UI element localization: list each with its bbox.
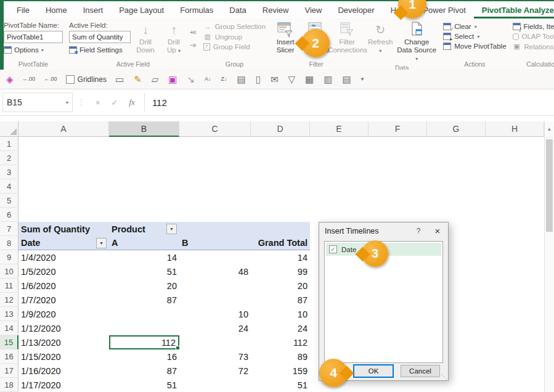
dialog-titlebar[interactable]: Insert Timelines ? ×: [319, 223, 448, 239]
mail-icon[interactable]: ✉: [271, 75, 279, 84]
cell-A8[interactable]: Date▼: [18, 236, 109, 250]
cell-B8[interactable]: A: [109, 236, 179, 250]
row-header-11[interactable]: 11: [0, 279, 18, 293]
cell-B9[interactable]: 14: [109, 250, 179, 264]
cell-C2[interactable]: [179, 151, 251, 165]
cell-A9[interactable]: 1/4/2020: [18, 250, 109, 264]
column-header-d[interactable]: D: [251, 121, 310, 137]
tab-insert[interactable]: Insert: [75, 1, 112, 18]
cell-A15[interactable]: 1/13/2020: [18, 335, 109, 349]
cell-F5[interactable]: [369, 194, 427, 208]
more-commands-icon[interactable]: ▾: [361, 76, 364, 82]
row-header-3[interactable]: 3: [0, 165, 18, 179]
product-filter-dropdown-icon[interactable]: ▼: [166, 224, 177, 234]
increase-decimal-icon[interactable]: ←.00: [44, 76, 57, 82]
cell-A6[interactable]: [18, 208, 109, 222]
row-header-4[interactable]: 4: [0, 179, 18, 194]
cell-C18[interactable]: [179, 378, 251, 392]
move-pivottable-button[interactable]: Move PivotTable: [443, 43, 506, 50]
cell-C6[interactable]: [179, 208, 251, 222]
table2-icon[interactable]: ▤: [342, 75, 351, 84]
cell-B18[interactable]: 51: [109, 378, 179, 392]
row-header-2[interactable]: 2: [0, 151, 18, 165]
cell-G1[interactable]: [427, 137, 486, 151]
pivottable-name-input[interactable]: [4, 31, 63, 43]
cell-G3[interactable]: [427, 165, 486, 179]
vertical-scrollbar[interactable]: ▲: [544, 121, 554, 392]
cell-E6[interactable]: [310, 208, 369, 222]
eraser-icon[interactable]: ◈: [6, 75, 14, 84]
cell-D2[interactable]: [251, 151, 310, 165]
row-header-8[interactable]: 8: [0, 236, 18, 250]
cell-H5[interactable]: [486, 194, 544, 208]
cell-C11[interactable]: [179, 279, 251, 293]
formula-input[interactable]: 112: [149, 97, 167, 108]
select-all-button[interactable]: [0, 121, 18, 137]
column-header-e[interactable]: E: [310, 121, 369, 137]
cell-A3[interactable]: [18, 165, 109, 179]
open-folder-icon[interactable]: ▱: [152, 75, 159, 84]
form-icon[interactable]: ▦: [305, 75, 314, 84]
row-header-17[interactable]: 17: [0, 364, 18, 378]
cell-A1[interactable]: [18, 137, 109, 151]
tab-developer[interactable]: Developer: [330, 1, 382, 18]
cell-A4[interactable]: [18, 179, 109, 194]
cell-H1[interactable]: [486, 137, 544, 151]
drill-down-button[interactable]: ↓ Drill Down: [132, 20, 159, 55]
cell-H11[interactable]: [486, 279, 544, 293]
cell-D9[interactable]: 14: [251, 250, 310, 264]
cell-A13[interactable]: 1/9/2020: [18, 307, 109, 321]
cell-H9[interactable]: [486, 250, 544, 264]
format-painter-icon[interactable]: ✎: [134, 75, 142, 84]
cell-B17[interactable]: 87: [109, 364, 179, 378]
row-header-18[interactable]: 18: [0, 378, 18, 392]
fields-items-sets-button[interactable]: Fields, Items, &: [513, 23, 554, 30]
column-header-f[interactable]: F: [369, 121, 427, 137]
cell-C1[interactable]: [179, 137, 251, 151]
cell-E5[interactable]: [310, 194, 369, 208]
cell-A16[interactable]: 1/15/2020: [18, 349, 109, 364]
workbook-icon[interactable]: ▤: [237, 75, 246, 84]
cell-H13[interactable]: [486, 307, 544, 321]
cell-D15[interactable]: 112: [251, 335, 310, 349]
cell-F3[interactable]: [369, 165, 427, 179]
sort-descending-icon[interactable]: Z↓: [221, 76, 227, 82]
column-header-b[interactable]: B: [109, 121, 179, 137]
cell-C5[interactable]: [179, 194, 251, 208]
cell-B16[interactable]: 16: [109, 349, 179, 364]
cell-B14[interactable]: [109, 321, 179, 335]
new-file-icon[interactable]: ▯: [256, 75, 261, 84]
cell-H10[interactable]: [486, 264, 544, 279]
save-icon[interactable]: ▣: [168, 75, 177, 84]
cell-H7[interactable]: [486, 222, 544, 236]
cell-C15[interactable]: [179, 335, 251, 349]
new-sheet-icon[interactable]: ▭: [115, 75, 124, 84]
cell-H3[interactable]: [486, 165, 544, 179]
cell-C9[interactable]: [179, 250, 251, 264]
cell-C16[interactable]: 73: [179, 349, 251, 364]
dialog-close-button[interactable]: ×: [427, 226, 448, 236]
gridlines-checkbox[interactable]: [66, 75, 75, 84]
cell-A10[interactable]: 1/5/2020: [18, 264, 109, 279]
expand-field-button[interactable]: +≡: [190, 29, 196, 36]
row-header-9[interactable]: 9: [0, 250, 18, 264]
cell-A7[interactable]: Sum of Quantity: [18, 222, 109, 236]
cell-E4[interactable]: [310, 179, 369, 194]
cell-H17[interactable]: [486, 364, 544, 378]
row-header-12[interactable]: 12: [0, 293, 18, 307]
cell-B4[interactable]: [109, 179, 179, 194]
scrollbar-thumb[interactable]: [546, 139, 553, 232]
cell-D3[interactable]: [251, 165, 310, 179]
tab-home[interactable]: Home: [38, 1, 75, 18]
resize-grip[interactable]: ⋱: [441, 374, 447, 380]
collapse-field-button[interactable]: −≡: [190, 42, 196, 49]
row-header-1[interactable]: 1: [0, 137, 18, 151]
cancel-button[interactable]: Cancel: [401, 365, 440, 377]
group-field-button[interactable]: 7 Group Field: [203, 43, 266, 51]
insert-slicer-button[interactable]: Insert Slicer: [272, 20, 299, 54]
cell-D4[interactable]: [251, 179, 310, 194]
cell-H12[interactable]: [486, 293, 544, 307]
drill-up-button[interactable]: ↑ Drill Up ▾: [160, 20, 187, 55]
cell-F4[interactable]: [369, 179, 427, 194]
column-header-h[interactable]: H: [486, 121, 544, 137]
